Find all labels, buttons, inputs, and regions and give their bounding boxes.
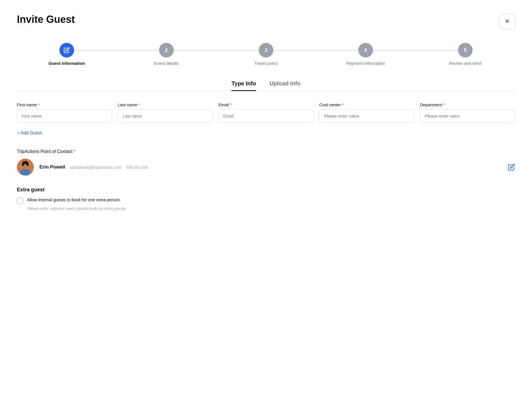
extra-guest-checkbox-row: Allow internal guests to book for one ex… [17,197,515,204]
extra-guest-title: Extra guest [17,187,515,193]
poc-required: * [74,149,75,154]
department-required: * [443,102,445,107]
step-5-label: Review and send [449,61,481,66]
step-2-label: Event details [154,61,178,66]
tabs-bar: Type Info Upload Info [17,80,515,91]
extra-guest-checkbox-label: Allow internal guests to book for one ex… [27,197,121,202]
last-name-label: Last name * [118,102,213,107]
step-1-circle [59,43,74,57]
last-name-field: Last name * [118,102,213,123]
extra-guest-note: Please note: external users cannot book … [27,206,515,211]
poc-edit-button[interactable] [508,163,515,171]
first-name-input[interactable] [17,109,112,123]
cost-center-required: * [342,102,344,107]
department-field: Department * [420,102,515,123]
cost-center-label: Cost center * [319,102,414,107]
step-1[interactable]: Guest information [17,43,117,66]
modal-title: Invite Guest [17,14,75,25]
extra-guest-section: Extra guest Allow internal guests to boo… [17,187,515,211]
email-required: * [230,102,232,107]
step-2[interactable]: 2 Event details [117,43,216,66]
svg-point-4 [22,162,24,166]
tab-upload-info[interactable]: Upload Info [270,80,301,91]
email-label: Email * [218,102,314,107]
email-input[interactable] [218,109,314,123]
svg-point-7 [26,165,27,166]
guest-form-row: First name * Last name * Email * Cost ce… [17,102,515,123]
department-label: Department * [420,102,515,107]
modal-header: Invite Guest ✕ [17,14,515,29]
step-3[interactable]: 3 Travel policy [216,43,316,66]
avatar [17,159,34,176]
poc-email: salnakeeb@tripactions.com [70,165,122,170]
step-2-circle: 2 [159,43,174,57]
close-icon: ✕ [505,18,510,25]
tab-type-info[interactable]: Type Info [231,80,256,91]
poc-row: Erin Powell salnakeeb@tripactions.com 55… [17,159,515,176]
step-4-label: Payment information [346,61,385,66]
poc-name: Erin Powell [39,164,65,170]
extra-guest-checkbox[interactable] [17,198,23,204]
cost-center-input[interactable] [319,109,414,123]
step-3-label: Travel policy [254,61,278,66]
cost-center-field: Cost center * [319,102,414,123]
last-name-input[interactable] [118,109,213,123]
step-5-circle: 5 [458,43,473,57]
add-guest-link[interactable]: + Add Guest [17,130,42,136]
first-name-field: First name * [17,102,112,123]
stepper: Guest information 2 Event details 3 Trav… [17,43,515,66]
svg-point-5 [26,162,29,166]
department-input[interactable] [420,109,515,123]
poc-label: TripActions Point of Contact * [17,149,515,154]
email-field: Email * [218,102,314,123]
first-name-required: * [38,102,40,107]
step-5[interactable]: 5 Review and send [415,43,515,66]
poc-phone: 555-93-104 [126,165,148,170]
poc-info: Erin Powell salnakeeb@tripactions.com 55… [39,164,502,170]
step-1-label: Guest information [48,61,85,66]
poc-section: TripActions Point of Contact * [17,149,515,176]
last-name-required: * [138,102,140,107]
invite-guest-modal: Invite Guest ✕ Guest information 2 Event… [0,0,532,403]
step-4[interactable]: 4 Payment information [316,43,415,66]
first-name-label: First name * [17,102,112,107]
close-button[interactable]: ✕ [499,14,515,29]
step-3-circle: 3 [259,43,273,57]
svg-point-6 [24,165,25,166]
step-4-circle: 4 [358,43,373,57]
